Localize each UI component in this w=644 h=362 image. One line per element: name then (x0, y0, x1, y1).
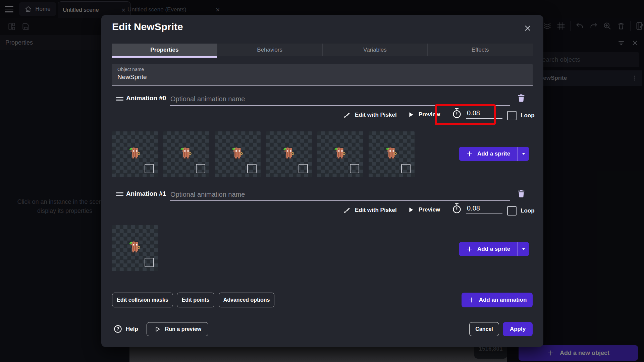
tab-effects[interactable]: Effects (427, 44, 533, 56)
play-icon (407, 111, 415, 118)
frame-checkbox[interactable] (350, 164, 359, 173)
animation-1-actions: Edit with Piskel Preview Loop (112, 201, 533, 221)
brush-icon (343, 111, 351, 119)
frame-checkbox[interactable] (145, 164, 154, 173)
edit-sprite-dialog: Edit NewSprite Properties Behaviors Vari… (101, 15, 543, 347)
preview-button[interactable]: Preview (407, 206, 440, 214)
run-preview-button[interactable]: Run a preview (147, 322, 208, 336)
edit-with-piskel-button[interactable]: Edit with Piskel (343, 206, 397, 214)
frame-checkbox[interactable] (196, 164, 205, 173)
dialog-tab-bar: Properties Behaviors Variables Effects (112, 44, 533, 56)
timer-icon (451, 203, 462, 214)
dialog-close-icon[interactable] (523, 24, 532, 33)
time-between-frames-field (451, 108, 502, 119)
loop-control: Loop (507, 206, 535, 216)
delete-animation-icon[interactable] (517, 188, 526, 198)
apply-button[interactable]: Apply (503, 322, 533, 336)
animation-name-input[interactable] (170, 93, 510, 106)
object-name-field[interactable]: Object name (112, 64, 533, 86)
frame-checkbox[interactable] (145, 258, 154, 267)
sprite-frame[interactable] (317, 131, 363, 177)
time-between-frames-input[interactable] (466, 108, 502, 119)
cancel-button[interactable]: Cancel (469, 322, 499, 336)
gdevelop-app: Home Untitled scene ✕ Untitled scene (Ev… (0, 0, 644, 362)
frame-checkbox[interactable] (299, 164, 308, 173)
sprite-frame[interactable] (112, 225, 158, 271)
plus-icon (466, 150, 473, 158)
advanced-options-button[interactable]: Advanced options (219, 293, 274, 307)
drag-handle-icon[interactable] (116, 192, 123, 198)
sprite-frame[interactable] (215, 131, 261, 177)
add-sprite-button[interactable]: Add a sprite (459, 147, 529, 161)
object-name-input[interactable] (117, 72, 486, 81)
sprite-frame[interactable] (112, 131, 158, 177)
animation-label: Animation #1 (126, 190, 166, 197)
plus-icon (466, 245, 473, 253)
plus-icon (468, 296, 475, 304)
dialog-footer: Help Run a preview Cancel Apply (112, 322, 533, 336)
tab-properties[interactable]: Properties (112, 44, 217, 56)
timer-icon (451, 108, 462, 119)
animation-1-header: Animation #1 (112, 188, 533, 202)
frame-checkbox[interactable] (401, 164, 411, 173)
dialog-title: Edit NewSprite (112, 21, 183, 33)
help-icon (113, 324, 122, 334)
play-outline-icon (154, 325, 161, 333)
add-animation-button[interactable]: Add an animation (462, 293, 533, 307)
preview-button[interactable]: Preview (407, 111, 440, 118)
edit-with-piskel-button[interactable]: Edit with Piskel (343, 111, 397, 119)
time-between-frames-field (451, 203, 502, 214)
animation-name-input[interactable] (170, 188, 510, 201)
brush-icon (343, 206, 351, 214)
loop-checkbox[interactable] (507, 111, 517, 120)
add-sprite-dropdown-icon[interactable] (518, 147, 529, 161)
edit-points-button[interactable]: Edit points (177, 293, 214, 307)
add-sprite-button[interactable]: Add a sprite (459, 242, 529, 256)
sprite-frame[interactable] (163, 131, 209, 177)
help-button[interactable]: Help (113, 324, 138, 334)
animation-label: Animation #0 (126, 95, 166, 102)
animation-0-actions: Edit with Piskel Preview Loop (112, 106, 533, 126)
loop-checkbox[interactable] (507, 206, 517, 216)
loop-control: Loop (507, 111, 535, 120)
options-button-row: Edit collision masks Edit points Advance… (112, 293, 533, 307)
add-sprite-dropdown-icon[interactable] (518, 242, 529, 256)
object-name-label: Object name (117, 67, 533, 72)
frame-checkbox[interactable] (247, 164, 257, 173)
drag-handle-icon[interactable] (116, 97, 123, 102)
tab-behaviors[interactable]: Behaviors (217, 44, 322, 56)
delete-animation-icon[interactable] (517, 93, 526, 103)
time-between-frames-input[interactable] (466, 203, 502, 214)
edit-collision-masks-button[interactable]: Edit collision masks (112, 293, 173, 307)
sprite-frame[interactable] (369, 131, 415, 177)
sprite-frame[interactable] (266, 131, 312, 177)
play-icon (407, 206, 415, 214)
animation-0-header: Animation #0 (112, 93, 533, 106)
tab-variables[interactable]: Variables (322, 44, 428, 56)
